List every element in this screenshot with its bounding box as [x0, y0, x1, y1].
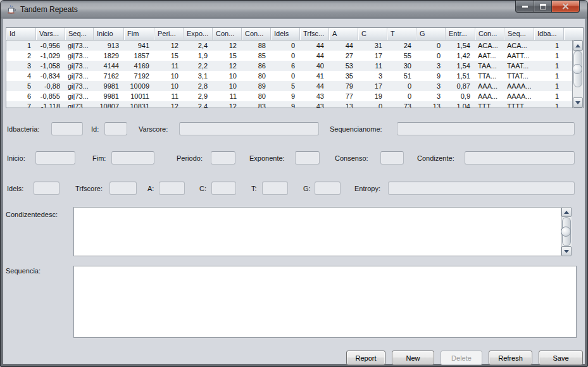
table-cell: 1,54 [446, 61, 475, 71]
scrollbar-thumb[interactable] [562, 217, 571, 246]
column-header[interactable]: C [358, 28, 387, 40]
app-window: Tandem Repeats IdVars...Seq...InicioFimP… [0, 0, 588, 367]
scroll-down-button[interactable] [573, 97, 583, 108]
inicio-field[interactable] [35, 151, 75, 165]
column-header[interactable]: Vars... [36, 28, 65, 40]
periodo-label: Periodo: [177, 154, 203, 162]
table-cell: 3 [6, 61, 36, 71]
column-header[interactable]: Fim [124, 28, 154, 40]
table-row[interactable]: 7-1,118gi|73...1080710831122,41283943130… [6, 101, 572, 108]
consenso-field[interactable] [380, 151, 404, 165]
maximize-icon [540, 4, 546, 9]
results-table: IdVars...Seq...InicioFimPeri...Expo...Co… [6, 27, 584, 108]
scrollbar-thumb[interactable] [573, 51, 582, 87]
fim-field[interactable] [111, 151, 154, 165]
varscore-field[interactable] [179, 122, 319, 135]
sequencianome-field[interactable] [397, 122, 575, 135]
column-header[interactable]: Con... [213, 28, 242, 40]
window-controls [516, 1, 580, 13]
table-cell: 2,8 [184, 81, 213, 91]
table-cell: 31 [358, 40, 387, 51]
table-cell: 55 [387, 51, 416, 61]
column-header[interactable]: T [387, 28, 416, 40]
table-cell: 73 [387, 101, 416, 108]
close-button[interactable] [551, 1, 580, 13]
condizentedesc-textarea[interactable] [74, 208, 560, 256]
table-cell: 15 [213, 51, 242, 61]
column-header[interactable]: Seq... [504, 28, 534, 40]
column-header[interactable]: Inicio [94, 28, 124, 40]
table-cell: 1,04 [446, 101, 475, 108]
table-row[interactable]: 3-1,058gi|73...41444169112,2128664053113… [6, 61, 572, 71]
table-row[interactable]: 1-0,956gi|73...913941122,412880444431240… [6, 40, 572, 51]
table-cell: 11 [358, 61, 387, 71]
scroll-up-button[interactable] [561, 207, 572, 217]
table-cell: 88 [242, 40, 271, 51]
column-header[interactable]: Seq... [65, 28, 94, 40]
table-cell: 79 [329, 81, 358, 91]
t-label: T: [251, 185, 257, 192]
save-button[interactable]: Save [539, 351, 583, 365]
sequencia-label: Sequencia: [6, 267, 41, 275]
table-cell: 40 [300, 61, 329, 71]
scroll-up-button[interactable] [573, 40, 583, 51]
close-icon [562, 3, 569, 9]
periodo-field[interactable] [211, 151, 235, 165]
table-cell: 13 [416, 101, 446, 108]
table-cell: AATT... [504, 51, 534, 61]
arrow-down-icon [564, 250, 569, 253]
title-bar[interactable]: Tandem Repeats [1, 1, 587, 18]
t-field[interactable] [262, 182, 288, 195]
trfscore-field[interactable] [109, 182, 137, 195]
report-button[interactable]: Report [346, 351, 385, 365]
java-coffee-cup-icon [6, 4, 16, 15]
table-cell: -1,029 [36, 51, 65, 61]
g-field[interactable] [315, 182, 341, 195]
column-header[interactable]: A [329, 28, 358, 40]
table-cell: 3 [416, 81, 446, 91]
maximize-button[interactable] [534, 1, 552, 13]
column-header[interactable]: G [416, 28, 446, 40]
sequencia-textarea[interactable] [74, 266, 576, 337]
column-header[interactable]: Expo... [184, 28, 213, 40]
scrollbar-track[interactable] [561, 217, 572, 246]
column-header[interactable]: Trfsc... [300, 28, 329, 40]
table-cell: ACA... [504, 40, 534, 51]
idels-field[interactable] [34, 182, 59, 195]
table-row[interactable]: 6-0,855gi|73...998110011112,911809437719… [6, 91, 572, 101]
condizente-field[interactable] [465, 151, 575, 165]
table-cell: 1 [534, 91, 564, 101]
id-field[interactable] [104, 122, 127, 135]
table-cell: AAA... [475, 81, 504, 91]
column-header[interactable]: Id [6, 28, 36, 40]
table-cell: 43 [300, 91, 329, 101]
c-label: C: [199, 185, 206, 192]
a-field[interactable] [159, 182, 185, 195]
condizentedesc-scrollbar[interactable] [561, 207, 572, 256]
refresh-button[interactable]: Refresh [489, 351, 532, 365]
new-button[interactable]: New [392, 351, 434, 365]
delete-button[interactable]: Delete [441, 351, 482, 365]
table-row[interactable]: 2-1,029gi|73...18291857151,9158504427175… [6, 51, 572, 61]
scrollbar-grip-icon [572, 64, 582, 74]
table-cell: 12 [213, 101, 242, 108]
entropy-field[interactable] [388, 182, 575, 195]
column-header[interactable]: Idels [271, 28, 300, 40]
idbacteria-field[interactable] [51, 122, 83, 135]
table-row[interactable]: 4-0,834gi|73...71627192103,1108004135351… [6, 71, 572, 81]
column-header[interactable]: Idba... [534, 28, 564, 40]
table-row[interactable]: 5-0,88gi|73...998110009102,8108954479170… [6, 81, 572, 91]
minimize-button[interactable] [515, 1, 534, 13]
column-header[interactable]: Peri... [154, 28, 184, 40]
scroll-down-button[interactable] [561, 246, 572, 256]
table-cell: 1829 [94, 51, 124, 61]
c-field[interactable] [211, 182, 236, 195]
column-header[interactable]: Entr... [446, 28, 475, 40]
table-cell: 10807 [94, 101, 124, 108]
exponente-field[interactable] [295, 151, 320, 165]
scrollbar-track[interactable] [573, 51, 583, 97]
table-vertical-scrollbar[interactable] [572, 40, 583, 108]
column-header[interactable]: Con... [475, 28, 504, 40]
table-cell: 3,1 [184, 71, 213, 81]
column-header[interactable]: Con... [242, 28, 271, 40]
